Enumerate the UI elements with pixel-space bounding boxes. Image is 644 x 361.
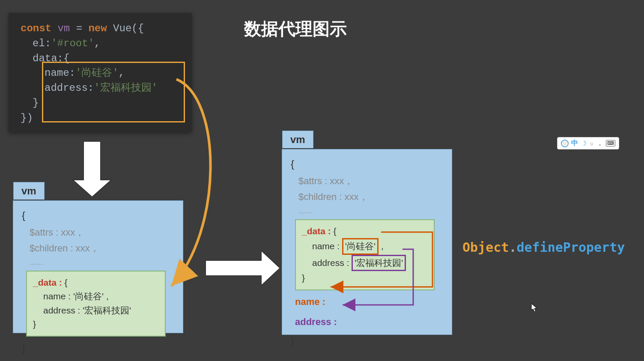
vue-code-snippet: const vm = new Vue({ el:'#root', data:{ … <box>9 13 192 132</box>
keyboard-icon[interactable]: ⌨ <box>606 140 615 146</box>
address-value: '宏福科技园' <box>94 82 158 94</box>
children-line-r: $children : xxx， <box>291 189 443 205</box>
address-key-r: address : <box>312 258 349 268</box>
class-name: Vue <box>113 23 131 34</box>
const-keyword: const <box>21 23 51 34</box>
vm-tab-right: vm <box>282 131 313 148</box>
vm-instance-left: vm { $attrs : xxx， $children : xxx， …… _… <box>13 200 183 333</box>
el-value: '#root' <box>51 38 94 49</box>
vm-instance-right: vm { $attrs : xxx， $children : xxx， …… _… <box>282 149 452 335</box>
odp-dot: . <box>509 240 516 255</box>
variable-name: vm <box>57 23 70 34</box>
ime-toolbar[interactable]: U 中 ☽ ☼ ， ⌨ <box>557 137 619 149</box>
vm-tab-left: vm <box>13 182 45 200</box>
ime-logo-icon[interactable]: U <box>561 140 569 147</box>
ellipsis: …… <box>22 257 174 268</box>
object-define-property-label: Object.defineProperty <box>462 240 625 255</box>
name-key-r: name : <box>312 241 340 251</box>
children-line: $children : xxx， <box>22 240 174 256</box>
new-keyword: new <box>88 23 107 34</box>
data-label-right: _data : <box>302 226 331 236</box>
address-line-left: address : '宏福科技园' <box>33 304 159 318</box>
name-value: '尚硅谷' <box>75 67 119 79</box>
name-val-box: '尚硅谷' <box>342 238 379 255</box>
attrs-line-r: $attrs : xxx， <box>291 173 443 189</box>
address-prop: address <box>45 82 88 94</box>
ime-punct[interactable]: ， <box>596 139 603 148</box>
arrow-right-white <box>206 251 280 286</box>
sun-icon[interactable]: ☼ <box>589 140 594 146</box>
ime-lang[interactable]: 中 <box>571 139 578 148</box>
data-prop: data <box>33 53 57 64</box>
odp-object: Object <box>462 240 509 255</box>
data-box-right: _data : { name : '尚硅谷' , address : '宏福科技… <box>295 219 435 290</box>
diagram-title: 数据代理图示 <box>244 17 347 41</box>
proxy-name-prop: name : <box>295 296 325 307</box>
name-comma: , <box>379 241 384 251</box>
attrs-line: $attrs : xxx， <box>22 224 174 240</box>
equals: = <box>76 23 82 34</box>
data-box-left: _data : { name : '尚硅谷' , address : '宏福科技… <box>26 271 166 337</box>
odp-method: defineProperty <box>516 240 625 255</box>
name-line-left: name : '尚硅谷' , <box>33 289 159 304</box>
moon-icon[interactable]: ☽ <box>581 139 587 147</box>
cursor-icon <box>531 303 538 313</box>
address-val-box: '宏福科技园' <box>352 255 406 271</box>
data-label-left: _data : <box>33 277 62 287</box>
el-prop: el <box>33 38 45 49</box>
arrow-down-white <box>73 141 111 197</box>
ellipsis-r: …… <box>291 205 443 217</box>
name-prop: name <box>45 67 69 79</box>
proxy-address-prop: address : <box>295 316 337 327</box>
